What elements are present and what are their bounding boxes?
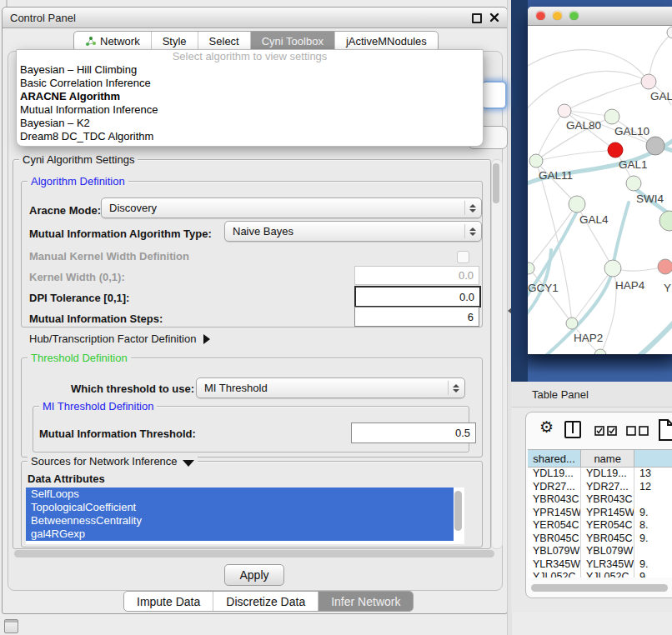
table-cell[interactable]: YER054C [528,519,581,532]
column-header-shared[interactable]: shared... [528,449,581,468]
column-header-name[interactable]: name [581,449,634,468]
table-row[interactable]: YBR043CYBR043C [528,493,672,507]
table-row[interactable]: YDR27...YDR27...12 [528,481,672,494]
table-row[interactable]: YBR045CYBR045C9. [528,532,672,546]
dropdown-item-dream8-dc-tdc-algorithm[interactable]: Dream8 DC_TDC Algorithm [17,130,483,143]
attribute-item-topologicalcoefficient[interactable]: TopologicalCoefficient [26,501,454,514]
table-cell[interactable]: YDR27... [581,481,634,494]
unselect-all-columns-icon[interactable] [626,426,649,437]
node-attribute-table[interactable]: shared...name YDL19...YDL19...13YDR27...… [528,449,672,578]
mi-algorithm-type-combo[interactable]: Naive Bayes [224,221,482,242]
table-cell[interactable] [634,545,672,558]
select-all-columns-icon[interactable] [594,426,618,437]
table-cell[interactable]: YDL19... [581,468,634,481]
table-row[interactable]: YBL079WYBL079W [528,545,672,558]
node-gcy1[interactable] [528,262,534,274]
settings-vertical-scrollbar[interactable] [491,159,503,549]
column-header-clipped[interactable] [634,449,672,468]
network-edge[interactable] [536,150,615,161]
dropdown-item-bayesian-hill-climbing[interactable]: Bayesian – Hill Climbing [17,63,483,77]
network-edge[interactable] [564,82,649,111]
table-cell[interactable] [634,493,672,507]
table-cell[interactable]: YBR045C [528,532,581,546]
float-window-icon[interactable] [472,13,482,23]
attribute-item-selfloops[interactable]: SelfLoops [26,488,454,501]
list-scrollbar-thumb[interactable] [454,491,462,531]
close-icon[interactable] [489,12,499,22]
apply-button[interactable]: Apply [224,564,284,586]
node-big-green[interactable] [659,211,672,231]
table-cell[interactable]: YBL079W [581,545,634,558]
tab-infer-network[interactable]: Infer Network [318,592,413,611]
table-cell[interactable]: YLR345W [528,558,581,572]
node-gal4[interactable] [569,196,585,212]
column-layout-icon[interactable] [564,421,581,438]
table-cell[interactable]: YBR045C [581,532,634,546]
table-cell[interactable]: YJL052C [528,571,581,578]
tab-select[interactable]: Select [198,32,251,51]
node-top-right[interactable] [667,27,672,38]
dropdown-item-bayesian-k2[interactable]: Bayesian – K2 [17,117,483,130]
network-edge[interactable] [536,111,564,161]
aracne-mode-combo[interactable]: Discovery [101,198,482,218]
expand-arrow-icon[interactable] [203,334,210,344]
network-edge[interactable] [528,72,649,112]
table-settings-gear-icon[interactable]: ⚙ [539,418,554,437]
table-cell[interactable]: YPR145W [581,507,634,520]
network-edge[interactable] [529,204,577,268]
table-cell[interactable]: YBR043C [528,493,581,507]
dropdown-item-aracne-algorithm[interactable]: ARACNE Algorithm [17,90,483,103]
table-cell[interactable]: YBL079W [528,545,581,558]
table-cell[interactable]: YJL052C [581,571,634,578]
scrollbar-thumb[interactable] [14,550,494,558]
settings-horizontal-scrollbar[interactable] [13,549,501,559]
node-bottom[interactable] [594,349,606,354]
new-document-icon[interactable] [658,419,672,441]
scrollbar-thumb[interactable] [493,163,499,203]
table-cell[interactable]: 9. [634,558,672,572]
network-edge[interactable] [528,50,649,82]
tab-network[interactable]: Network [74,32,152,51]
table-row[interactable]: YLR345WYLR345W9. [528,558,672,572]
table-horizontal-scrollbar-thumb[interactable] [531,584,668,592]
node-gal80[interactable] [558,104,571,118]
node-hap4[interactable] [604,260,621,277]
table-cell[interactable]: 12 [634,481,672,494]
tab-cyni-toolbox[interactable]: Cyni Toolbox [251,32,335,51]
node-gal10[interactable] [604,109,619,124]
table-row[interactable]: YER054CYER054C8. [528,519,672,532]
attribute-item-betweennesscentrality[interactable]: BetweennessCentrality [26,514,454,528]
dpi-tolerance-field[interactable]: 0.0 [354,286,481,308]
table-cell[interactable]: 9 [634,571,672,578]
collapse-arrow-icon[interactable] [183,460,194,467]
manual-kernel-checkbox[interactable] [457,251,469,263]
network-edge[interactable] [649,32,672,82]
table-cell[interactable]: YBR043C [581,493,634,507]
table-cell[interactable]: 8. [634,519,672,532]
network-edge[interactable] [572,268,613,323]
table-cell[interactable]: YDL19... [528,468,581,481]
table-cell[interactable]: 9. [634,532,672,546]
table-cell[interactable]: YER054C [581,519,634,532]
mi-threshold-field[interactable]: 0.5 [351,422,476,443]
node-red[interactable] [608,142,623,158]
attribute-item-gal4rgexp[interactable]: gal4RGexp [26,528,454,541]
table-cell[interactable]: YDR27... [528,481,581,494]
network-edge-thick[interactable] [636,318,672,354]
tab-discretize-data[interactable]: Discretize Data [213,592,318,611]
which-threshold-combo[interactable]: MI Threshold [196,378,465,398]
tab-jactivemnodules[interactable]: jActiveMNodules [335,32,438,51]
dropdown-item-basic-correlation-inference[interactable]: Basic Correlation Inference [17,77,483,90]
table-cell[interactable]: YLR345W [581,558,634,572]
network-window-titlebar[interactable] [528,7,672,26]
tab-style[interactable]: Style [152,32,198,51]
table-cell[interactable]: 9. [634,507,672,520]
zoom-traffic-light-icon[interactable] [569,11,579,20]
data-attributes-list[interactable]: SelfLoopsTopologicalCoefficientBetweenne… [26,488,464,544]
node-gray[interactable] [646,137,664,155]
node-salmon[interactable] [658,259,672,274]
node-swi4[interactable] [626,176,641,191]
table-row[interactable]: YJL052CYJL052C9 [528,571,672,578]
minimize-traffic-light-icon[interactable] [553,11,562,20]
kernel-width-field[interactable]: 0.0 [354,266,479,285]
